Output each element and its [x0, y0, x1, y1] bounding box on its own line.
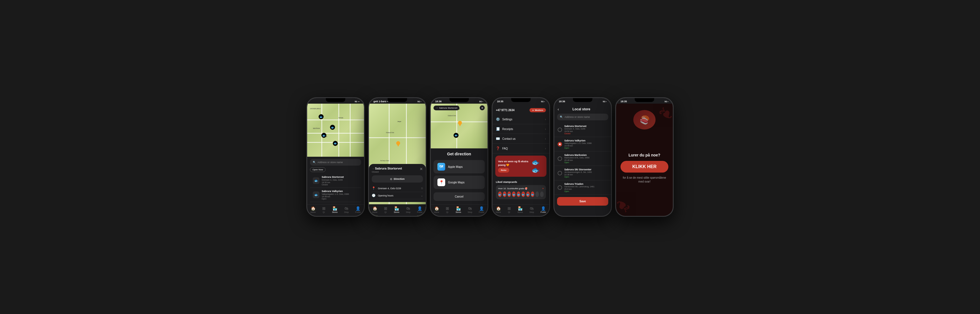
- bottom-nav-3: 🏠Home ⊞Qr 🏪Stores 🛍Shop 👤Profile: [431, 204, 487, 216]
- stamp-6: 🐟: [522, 192, 525, 197]
- menu-contact[interactable]: ✉️ Contact us ›: [493, 134, 549, 144]
- store-name-2: Sabrura Valkyrien: [322, 190, 358, 193]
- bottom-nav-2: 🏠Home ⊞Qr 🏪Stores 🛍Shop 👤Profile: [369, 204, 426, 216]
- stamp-4: 🐟: [512, 192, 515, 197]
- google-maps-btn[interactable]: 📍 Google Maps: [434, 176, 485, 189]
- ad-question: Lurer du på noe?: [620, 152, 668, 157]
- time-4: 18:35: [497, 100, 503, 103]
- local-store-info-5: Sabrura Triaden Ganisveien 88, Lørenskog…: [564, 182, 594, 192]
- radio-4: [558, 171, 562, 175]
- nav-stores-1[interactable]: 🏪Stores: [332, 206, 337, 213]
- nav-profile-4[interactable]: 👤Profile: [540, 206, 546, 213]
- notch-4: [511, 98, 531, 102]
- ad-content: Lurer du på noe? KLIKK HER for å se de m…: [620, 152, 668, 184]
- icons-4: 5G ▪: [541, 101, 545, 103]
- local-store-item-1[interactable]: Sabrura Stortorvet Grensen 4, Oslo, 0159…: [554, 122, 611, 137]
- fish-pin-2[interactable]: 🐟: [321, 133, 326, 138]
- bottom-nav-4: 🏠Home ⊞Qr 🏪Stores 🛍Shop 👤Profile: [493, 204, 549, 216]
- nav-home-3[interactable]: 🏠Home: [434, 206, 439, 213]
- time-3: 18:36: [435, 100, 442, 103]
- open-now-badge[interactable]: Open Now: [310, 167, 326, 172]
- popup-status-2: Closed: [372, 171, 402, 173]
- stamp-2: 🐟: [503, 192, 506, 197]
- nav-stores-3[interactable]: 🏪Stores: [455, 206, 461, 213]
- stamp-8: 🐟: [531, 192, 535, 197]
- store-icon-2: 🐟: [313, 192, 320, 198]
- time-2: gett 1-baro ▪: [374, 100, 388, 103]
- nav-profile-2[interactable]: 👤Profile: [417, 206, 422, 213]
- local-store-item-2[interactable]: Sabrura Valkyrien Valkyriegaten 1-3, Osl…: [554, 137, 611, 151]
- phone-2: gett 1-baro ▪ 5G ▪ Jæger Outland Oslo Ar…: [368, 97, 426, 217]
- stamp-card: Hver 10. Sushibuffet gratis 🍣 ♥ 🐟 🐟 🐟 🐟 …: [496, 185, 546, 199]
- direction-btn[interactable]: ◇ Direction: [372, 175, 423, 182]
- store-detail-popup: → Sabrura Stortorvet Closed ✕ ◇ Directio…: [369, 164, 426, 202]
- stamps-row: 🐟 🐟 🐟 🐟 🐟 🐟 🐟 🐟: [498, 192, 544, 197]
- liked-section: Liked stampcards Hver 10. Sushibuffet gr…: [493, 179, 549, 201]
- phone-6: 18:35 5G ▪ ❧ ❧ 🍣 Lurer du på noe? KLIKK …: [615, 97, 674, 217]
- phone-1: 5G ▪▪ GRÜNERLØKKA SENTRUM: [306, 97, 365, 217]
- nav-stores-4[interactable]: 🏪Stores: [517, 206, 523, 213]
- store-item-1[interactable]: 🐟 Sabrura Stortorvet Grensen 4, Oslo, 01…: [310, 174, 361, 188]
- local-store-item-4[interactable]: Sabrura Ski Storsenter Jernbanesvingen 6…: [554, 166, 611, 180]
- save-btn-5[interactable]: Save: [557, 197, 608, 206]
- stamp-5: 🐟: [517, 192, 520, 197]
- promo-card: Verv en venn og få ekstra poeng 🧡 Refer …: [495, 155, 546, 177]
- radio-3: [558, 157, 562, 161]
- stamp-3: 🐟: [508, 192, 511, 197]
- menu-faq[interactable]: ❓ FAQ ›: [493, 144, 549, 153]
- stamp-10: [540, 192, 544, 197]
- local-search-5[interactable]: 🔍 Address or store name: [557, 114, 608, 121]
- nav-profile-1[interactable]: 👤Profile: [355, 206, 361, 213]
- fish-pin-3[interactable]: 🐟: [333, 141, 338, 146]
- apple-maps-btn[interactable]: 🗺 Apple Maps: [434, 160, 485, 173]
- nav-shop-2[interactable]: 🛍Shop: [406, 206, 410, 213]
- icons-1: 5G ▪▪: [355, 101, 360, 103]
- store-item-2[interactable]: 🐟 Sabrura Valkyrien Valkyriegaten 1-3, O…: [310, 188, 361, 202]
- store-status-1: Closed: [322, 184, 358, 186]
- fish-pin-4[interactable]: 🐟: [318, 114, 324, 119]
- address-row-2: 📍 Grensen 4, Oslo 0159 ⎘: [372, 185, 423, 192]
- menu-receipts[interactable]: 🧾 Receipts ›: [493, 124, 549, 134]
- search-bar-1[interactable]: 🔍 Address or store name: [310, 159, 361, 166]
- nav-profile-3[interactable]: 👤Profile: [479, 206, 484, 213]
- nav-qr-4[interactable]: ⊞Qr: [508, 206, 511, 213]
- nav-qr-1[interactable]: ⊞Qr: [322, 206, 326, 213]
- phone-3: 18:36 5G ▪ Jæger Outland Oslo 🐟: [430, 97, 488, 217]
- nav-shop-3[interactable]: 🛍Shop: [468, 206, 472, 213]
- close-popup-2[interactable]: ✕: [420, 167, 423, 171]
- nav-shop-1[interactable]: 🛍Shop: [344, 206, 348, 213]
- store-list-1: 🐟 Sabrura Stortorvet Grensen 4, Oslo, 01…: [310, 174, 361, 202]
- refer-btn[interactable]: Refer: [498, 168, 509, 173]
- liked-title: Liked stampcards: [496, 181, 546, 183]
- cancel-direction-btn[interactable]: Cancel: [434, 192, 485, 201]
- store-icon-1: 🐟: [313, 177, 320, 184]
- bottom-nav-1: 🏠Home ⊞Qr 🏪Stores 🛍Shop 👤Profile: [307, 204, 364, 216]
- notch-2: [388, 98, 407, 102]
- nav-home-2[interactable]: 🏠Home: [372, 206, 378, 213]
- menu-settings[interactable]: ⚙️ Settings ›: [493, 114, 549, 124]
- nav-shop-4[interactable]: 🛍Shop: [530, 206, 534, 213]
- icons-3: 5G ▪: [479, 101, 483, 103]
- store-info-2: Sabrura Valkyrien Valkyriegaten 1-3, Osl…: [322, 190, 358, 200]
- radio-5: [558, 186, 562, 190]
- hours-row-2[interactable]: 🕐 Opening hours ⌄: [372, 192, 423, 199]
- local-store-item-5[interactable]: Sabrura Triaden Ganisveien 88, Lørenskog…: [554, 180, 611, 195]
- close-map-3[interactable]: ✕: [480, 105, 485, 110]
- icons-6: 5G ▪: [665, 101, 668, 103]
- klikk-her-btn[interactable]: KLIKK HER: [620, 161, 668, 173]
- store-addr-2: Valkyriegaten 1-3, Oslo, 0366: [322, 193, 358, 195]
- map-overlay-header-3: → Sabrura Stortorvet ✕: [431, 105, 487, 110]
- nav-stores-2[interactable]: 🏪Stores: [394, 206, 399, 213]
- stamp-1: 🐟: [498, 192, 502, 197]
- back-btn-5[interactable]: ‹: [558, 107, 559, 111]
- nav-home-4[interactable]: 🏠Home: [496, 206, 501, 213]
- local-store-item-3[interactable]: Sabrura Markveien Markveien 67A, Oslo, 0…: [554, 151, 611, 166]
- nav-qr-3[interactable]: ⊞Qr: [446, 206, 449, 213]
- store-name-1: Sabrura Stortorvet: [322, 176, 358, 178]
- store-info-1: Sabrura Stortorvet Grensen 4, Oslo, 0159…: [322, 176, 358, 186]
- decorative-bottom: ❧: [616, 192, 636, 216]
- nav-home-1[interactable]: 🏠Home: [310, 206, 316, 213]
- fish-pin-1[interactable]: 🐟: [330, 125, 335, 130]
- notch-1: [326, 98, 345, 102]
- nav-qr-2[interactable]: ⊞Qr: [384, 206, 387, 213]
